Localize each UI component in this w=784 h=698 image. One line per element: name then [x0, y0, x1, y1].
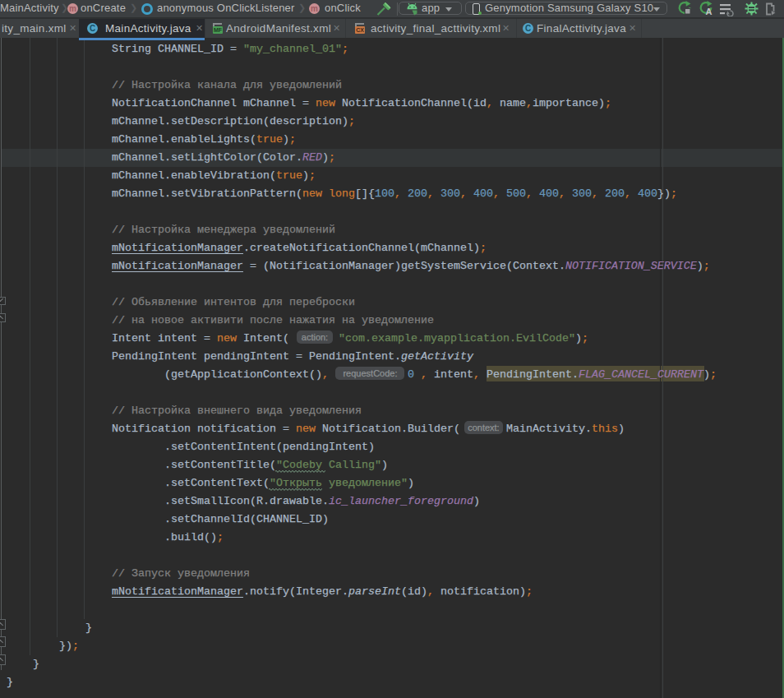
svg-text:A: A	[706, 7, 713, 16]
